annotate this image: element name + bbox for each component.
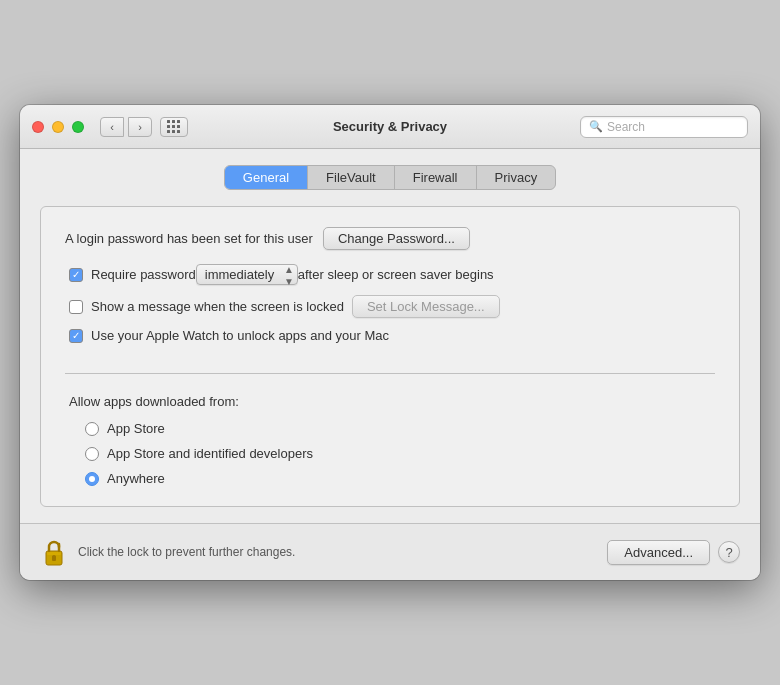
maximize-button[interactable] bbox=[72, 121, 84, 133]
password-timing-dropdown-container: immediately ▲▼ bbox=[196, 264, 298, 285]
app-store-identified-radio[interactable] bbox=[85, 447, 99, 461]
minimize-button[interactable] bbox=[52, 121, 64, 133]
svg-rect-3 bbox=[47, 552, 61, 555]
back-button[interactable]: ‹ bbox=[100, 117, 124, 137]
require-password-checkbox[interactable]: ✓ bbox=[69, 268, 83, 282]
grid-button[interactable] bbox=[160, 117, 188, 137]
padlock-svg bbox=[42, 537, 66, 567]
checkmark-icon: ✓ bbox=[72, 270, 80, 280]
radio-inner-dot bbox=[89, 476, 95, 482]
search-input[interactable] bbox=[607, 120, 739, 134]
change-password-button[interactable]: Change Password... bbox=[323, 227, 470, 250]
lock-icon[interactable] bbox=[40, 536, 68, 568]
show-message-row: Show a message when the screen is locked… bbox=[65, 295, 715, 318]
footer: Click the lock to prevent further change… bbox=[20, 523, 760, 580]
close-button[interactable] bbox=[32, 121, 44, 133]
apple-watch-row: ✓ Use your Apple Watch to unlock apps an… bbox=[65, 328, 715, 343]
search-icon: 🔍 bbox=[589, 120, 603, 133]
set-lock-message-button[interactable]: Set Lock Message... bbox=[352, 295, 500, 318]
traffic-lights bbox=[32, 121, 84, 133]
app-store-identified-radio-row[interactable]: App Store and identified developers bbox=[85, 446, 715, 461]
app-store-identified-label: App Store and identified developers bbox=[107, 446, 313, 461]
show-message-checkbox[interactable] bbox=[69, 300, 83, 314]
help-button[interactable]: ? bbox=[718, 541, 740, 563]
require-password-suffix: after sleep or screen saver begins bbox=[298, 267, 494, 282]
grid-icon bbox=[167, 120, 181, 134]
anywhere-radio-row[interactable]: Anywhere bbox=[85, 471, 715, 486]
radio-group: App Store App Store and identified devel… bbox=[65, 421, 715, 486]
svg-point-2 bbox=[52, 555, 56, 559]
require-password-label: Require password bbox=[91, 267, 196, 282]
tab-general[interactable]: General bbox=[225, 166, 308, 189]
allow-apps-section: Allow apps downloaded from: App Store Ap… bbox=[65, 394, 715, 486]
advanced-button[interactable]: Advanced... bbox=[607, 540, 710, 565]
tab-privacy[interactable]: Privacy bbox=[477, 166, 556, 189]
app-store-radio-row[interactable]: App Store bbox=[85, 421, 715, 436]
tab-filevault[interactable]: FileVault bbox=[308, 166, 395, 189]
app-store-label: App Store bbox=[107, 421, 165, 436]
tab-group: General FileVault Firewall Privacy bbox=[224, 165, 556, 190]
content-area: General FileVault Firewall Privacy A log… bbox=[20, 149, 760, 523]
require-password-row: ✓ Require password immediately ▲▼ after … bbox=[65, 264, 715, 285]
allow-apps-title: Allow apps downloaded from: bbox=[65, 394, 715, 409]
checkmark-icon: ✓ bbox=[72, 331, 80, 341]
tab-bar: General FileVault Firewall Privacy bbox=[40, 165, 740, 190]
anywhere-label: Anywhere bbox=[107, 471, 165, 486]
tab-firewall[interactable]: Firewall bbox=[395, 166, 477, 189]
apple-watch-label: Use your Apple Watch to unlock apps and … bbox=[91, 328, 389, 343]
main-window: ‹ › Security & Privacy 🔍 General FileVau… bbox=[20, 105, 760, 580]
anywhere-radio[interactable] bbox=[85, 472, 99, 486]
nav-buttons: ‹ › bbox=[100, 117, 152, 137]
titlebar: ‹ › Security & Privacy 🔍 bbox=[20, 105, 760, 149]
login-row: A login password has been set for this u… bbox=[65, 227, 715, 250]
password-timing-dropdown[interactable]: immediately bbox=[196, 264, 298, 285]
footer-lock-text: Click the lock to prevent further change… bbox=[78, 545, 607, 559]
app-store-radio[interactable] bbox=[85, 422, 99, 436]
login-text: A login password has been set for this u… bbox=[65, 231, 313, 246]
search-box[interactable]: 🔍 bbox=[580, 116, 748, 138]
apple-watch-checkbox[interactable]: ✓ bbox=[69, 329, 83, 343]
footer-buttons: Advanced... ? bbox=[607, 540, 740, 565]
window-title: Security & Privacy bbox=[333, 119, 447, 134]
section-divider bbox=[65, 373, 715, 374]
general-panel: A login password has been set for this u… bbox=[40, 206, 740, 507]
show-message-label: Show a message when the screen is locked bbox=[91, 299, 344, 314]
forward-button[interactable]: › bbox=[128, 117, 152, 137]
